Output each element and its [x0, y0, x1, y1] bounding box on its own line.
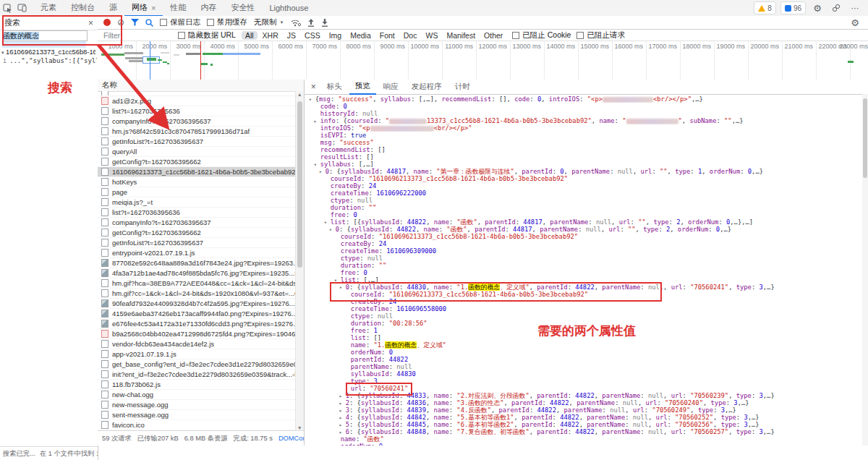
- json-line[interactable]: parentId: 44822: [305, 356, 862, 363]
- request-row[interactable]: 4fa3a712b1ae4ad78c49f885bda5fc76.jpg?Exp…: [98, 268, 296, 278]
- request-row[interactable]: 90feafd7932e44099328d4b7c4f2a595.jpg?Exp…: [98, 299, 296, 309]
- expand-triangle-icon[interactable]: ▸: [339, 429, 346, 435]
- request-row[interactable]: ad1@2x.png: [98, 96, 296, 106]
- request-row[interactable]: new-message.ogg: [98, 400, 296, 410]
- disable-cache-checkbox[interactable]: 禁用缓存: [207, 17, 247, 27]
- preview-tab[interactable]: 预览: [349, 80, 376, 95]
- request-row[interactable]: get_base_config?ent_id=f3e2ec7cdee3d1e22…: [98, 359, 296, 370]
- json-line[interactable]: msg: "success": [305, 139, 862, 146]
- json-line[interactable]: ▸4: {syllabusId: 44842, name: "5.基本初等函数1…: [305, 414, 862, 421]
- request-row[interactable]: 4159e6aeba37426eb173acaff9944fa0.png?Exp…: [98, 309, 296, 319]
- json-line[interactable]: introIOS: "<p<br/></p>": [305, 124, 862, 132]
- json-line[interactable]: parentName: null: [305, 363, 862, 370]
- preview-tab[interactable]: 发起程序: [406, 80, 448, 94]
- preview-tab[interactable]: 响应: [378, 80, 404, 94]
- json-line[interactable]: createTime: 1610696309000: [305, 247, 862, 255]
- request-row[interactable]: queryAll: [98, 147, 296, 157]
- devtools-tab[interactable]: Lighthouse: [262, 0, 315, 15]
- json-line[interactable]: ▸5: {syllabusId: 44845, name: "6.基本初等函数2…: [305, 421, 862, 428]
- json-line[interactable]: orderNum: 0: [305, 349, 862, 356]
- request-row[interactable]: 118.fb73b062.js: [98, 380, 296, 390]
- json-line[interactable]: courseId: "1610696213373_c1cc56b8-1621-4…: [305, 291, 862, 298]
- json-line[interactable]: isEVPI: true: [305, 132, 862, 139]
- filter-chip[interactable]: JS: [284, 31, 299, 40]
- filter-chip[interactable]: Doc: [400, 31, 421, 40]
- filter-chip[interactable]: Img: [326, 31, 346, 40]
- json-line[interactable]: syllabusId: 44830: [305, 370, 862, 378]
- json-line[interactable]: url: "70560241": [305, 385, 862, 392]
- json-line[interactable]: ▾syllabus: [,…]: [305, 161, 862, 168]
- request-row[interactable]: list?t=1627036395636: [98, 208, 296, 218]
- collapse-triangle-icon[interactable]: ▾: [339, 284, 346, 291]
- expand-triangle-icon[interactable]: ▸: [339, 400, 346, 406]
- json-line[interactable]: code: 0: [305, 103, 862, 110]
- json-line[interactable]: list: []: [305, 334, 862, 341]
- export-har-icon[interactable]: [321, 19, 328, 27]
- collapse-triangle-icon[interactable]: ▾: [334, 277, 341, 284]
- request-row[interactable]: 1610696213373_c1cc56b8-1621-4b6a-b0b5-3b…: [98, 167, 296, 177]
- request-row[interactable]: page: [98, 187, 296, 197]
- json-line[interactable]: createBy: 24: [305, 298, 862, 305]
- json-line[interactable]: ▸1: {syllabusId: 44833, name: "2.对应法则、分段…: [305, 392, 862, 399]
- filter-chip[interactable]: Media: [346, 31, 375, 40]
- network-conditions-icon[interactable]: [291, 19, 301, 27]
- settings-icon[interactable]: ⚙: [810, 1, 825, 14]
- scroll-up-icon[interactable]: ▲: [296, 92, 304, 97]
- filter-chip[interactable]: WS: [422, 31, 441, 40]
- request-row[interactable]: getConfig?t=1627036395662: [98, 157, 296, 167]
- json-line[interactable]: name: "函数": [305, 435, 862, 443]
- request-row[interactable]: new-chat.ogg: [98, 390, 296, 400]
- warnings-badge[interactable]: 8: [754, 1, 776, 14]
- devtools-tab[interactable]: 元素: [33, 0, 64, 15]
- collapse-triangle-icon[interactable]: ▾: [314, 161, 320, 168]
- json-line[interactable]: ▸info: {courseId: "13373_c1cc56b8-1621-4…: [305, 117, 862, 124]
- request-row[interactable]: companyInfo?t=1627036395637: [98, 218, 296, 228]
- filter-icon[interactable]: [131, 19, 139, 26]
- json-line[interactable]: createBy: 24: [305, 240, 862, 247]
- expand-triangle-icon[interactable]: ▸: [314, 118, 320, 124]
- json-line[interactable]: free: 0: [305, 211, 862, 218]
- throttling-select[interactable]: 无限制▼: [254, 17, 284, 27]
- close-icon[interactable]: ×: [151, 4, 156, 12]
- filter-chip[interactable]: Font: [376, 31, 399, 40]
- network-overview-timeline[interactable]: 1000 ms2000 ms3000 ms4000 ms5000 ms6000 …: [98, 41, 868, 80]
- collapse-triangle-icon[interactable]: ▾: [324, 219, 331, 226]
- filter-chip[interactable]: Other: [480, 31, 506, 40]
- json-line[interactable]: ▾0: {syllabusId: 44817, name: "第一章：函数极限与…: [305, 168, 862, 175]
- json-line[interactable]: resultList: []: [305, 153, 862, 161]
- request-row[interactable]: sent-message.ogg: [98, 410, 296, 420]
- json-line[interactable]: free: 0: [305, 269, 862, 276]
- collapse-triangle-icon[interactable]: ▾: [329, 226, 336, 233]
- close-icon[interactable]: ×: [88, 18, 93, 28]
- inspect-icon[interactable]: [0, 1, 14, 14]
- json-line[interactable]: duration: "00:28:56": [305, 320, 862, 327]
- json-line[interactable]: ▸3: {syllabusId: 44839, name: "4.反函数", p…: [305, 406, 862, 414]
- preview-tab[interactable]: 标头: [321, 80, 348, 94]
- filter-chip[interactable]: Manifest: [443, 31, 479, 40]
- json-line[interactable]: ctype: null: [305, 255, 862, 262]
- request-row[interactable]: vendor-fdcb63ea434acde14ef2.js: [98, 339, 296, 349]
- filter-chip[interactable]: CSS: [301, 31, 324, 40]
- preview-scrollbar[interactable]: [862, 94, 868, 446]
- expand-triangle-icon[interactable]: ▸: [339, 393, 346, 399]
- request-row[interactable]: e676fee4c53a4172a31e71330fd6cdd3.png?Exp…: [98, 319, 296, 329]
- devtools-tab[interactable]: 源: [102, 0, 124, 15]
- json-line[interactable]: recommendList: []: [305, 146, 862, 153]
- scroll-down-icon[interactable]: ▼: [296, 425, 304, 430]
- scrollbar-thumb[interactable]: [297, 101, 302, 268]
- request-row[interactable]: list?t=1627036395636: [98, 106, 296, 116]
- request-row[interactable]: b9a2568c04bb402ea4712998d6725fd4.png?Exp…: [98, 329, 296, 339]
- preview-tab[interactable]: 计时: [449, 80, 476, 94]
- preserve-log-checkbox[interactable]: 保留日志: [160, 17, 200, 27]
- close-icon[interactable]: ×: [307, 82, 320, 92]
- request-row[interactable]: init?ent_id=f3e2ec7cdee3d1e2279d8032659e…: [98, 370, 296, 380]
- issues-badge[interactable]: 96: [780, 1, 806, 14]
- expand-triangle-icon[interactable]: ▸: [339, 414, 346, 421]
- json-line[interactable]: orderNum: 0: [305, 443, 862, 446]
- search-result-match[interactable]: 1...","syllabus":[{"syllabusId":44817,".…: [3, 57, 97, 64]
- hide-data-url-checkbox[interactable]: 隐藏数据 URL: [178, 30, 236, 41]
- search-input[interactable]: 函数的概念: [2, 30, 88, 41]
- json-line[interactable]: duration: "": [305, 262, 862, 269]
- record-button[interactable]: [103, 19, 111, 26]
- search-icon[interactable]: [145, 19, 153, 27]
